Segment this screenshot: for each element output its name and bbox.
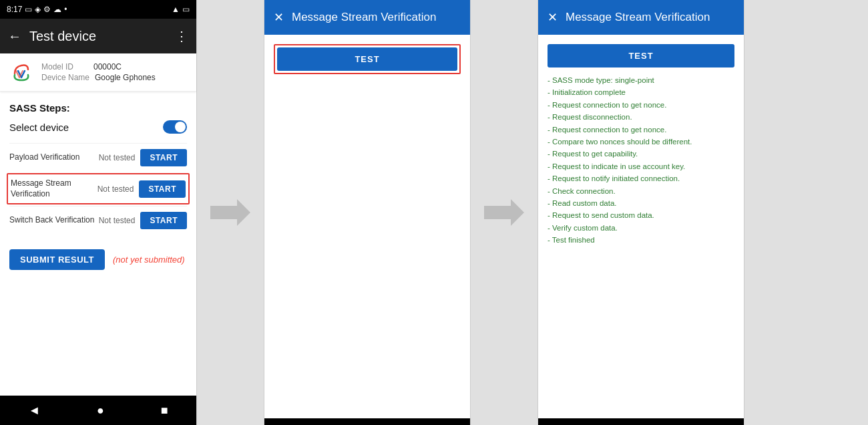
test-btn-wrapper: TEST bbox=[274, 44, 461, 74]
log-line: - Request connection to get nonce. bbox=[548, 124, 734, 136]
dialog-header-1: ✕ Message Stream Verification bbox=[264, 0, 470, 35]
step-row-message-stream: Message Stream Verification Not tested S… bbox=[7, 173, 190, 204]
log-lines: - SASS mode type: single-point- Initiali… bbox=[548, 74, 734, 246]
sass-section: SASS Steps: Select device Payload Verifi… bbox=[0, 94, 196, 240]
model-id-label: Model ID bbox=[41, 62, 88, 72]
dot-icon: • bbox=[64, 5, 67, 14]
sass-title: SASS Steps: bbox=[9, 102, 187, 114]
device-fields: Model ID 00000C Device Name Google Gphon… bbox=[41, 62, 156, 82]
dialog-title-2: Message Stream Verification bbox=[566, 11, 734, 24]
extra-icon: ☁ bbox=[53, 5, 61, 14]
dialog-footer-2 bbox=[538, 418, 744, 425]
settings-icon: ⚙ bbox=[43, 5, 51, 14]
arrow-1-icon bbox=[210, 199, 250, 226]
log-line: - Read custom data. bbox=[548, 197, 734, 209]
step-status-payload: Not tested bbox=[99, 153, 136, 162]
step-row-switch-back: Switch Back Verification Not tested STAR… bbox=[9, 206, 187, 235]
test-button-1[interactable]: TEST bbox=[277, 47, 457, 71]
log-line: - Request to indicate in use account key… bbox=[548, 160, 734, 172]
log-line: - Request to notify initiated connection… bbox=[548, 172, 734, 184]
status-bar-right: ▲ ▭ bbox=[172, 5, 190, 14]
phone-screen: 8:17 ▭ ◈ ⚙ ☁ • ▲ ▭ ← Test device ⋮ bbox=[0, 0, 197, 425]
svg-marker-1 bbox=[484, 199, 524, 226]
step-label-switch-back: Switch Back Verification bbox=[9, 215, 99, 226]
device-info-card: Model ID 00000C Device Name Google Gphon… bbox=[0, 53, 196, 92]
start-button-payload[interactable]: START bbox=[140, 149, 187, 166]
step-status-switch-back: Not tested bbox=[99, 216, 136, 225]
dialog-screen-2: ✕ Message Stream Verification TEST - SAS… bbox=[537, 0, 744, 425]
toggle-thumb bbox=[175, 122, 186, 132]
close-icon-1[interactable]: ✕ bbox=[274, 10, 284, 25]
model-id-value: 00000C bbox=[93, 62, 122, 72]
recents-nav-button[interactable]: ■ bbox=[156, 398, 174, 423]
step-label-message-stream: Message Stream Verification bbox=[11, 178, 97, 199]
wifi-icon: ▲ bbox=[172, 5, 180, 14]
select-device-row: Select device bbox=[9, 120, 187, 134]
log-line: - Request connection to get nonce. bbox=[548, 99, 734, 111]
status-bar-left: 8:17 ▭ ◈ ⚙ ☁ • bbox=[7, 5, 67, 14]
log-line: - SASS mode type: single-point bbox=[548, 74, 734, 86]
log-line: - Request to send custom data. bbox=[548, 209, 734, 221]
back-button[interactable]: ← bbox=[8, 29, 21, 44]
battery-icon: ▭ bbox=[182, 5, 190, 14]
log-line: - Verify custom data. bbox=[548, 222, 734, 234]
log-line: - Compare two nonces should be different… bbox=[548, 136, 734, 148]
back-nav-button[interactable]: ◄ bbox=[23, 398, 45, 423]
log-line: - Request to get capability. bbox=[548, 148, 734, 160]
log-line: - Test finished bbox=[548, 234, 734, 246]
svg-marker-0 bbox=[210, 199, 250, 226]
arrow-2-icon bbox=[484, 199, 524, 226]
device-name-label: Device Name bbox=[41, 73, 89, 82]
device-name-value: Google Gphones bbox=[95, 73, 156, 82]
close-icon-2[interactable]: ✕ bbox=[548, 10, 558, 25]
sim-icon: ▭ bbox=[25, 5, 32, 14]
status-bar: 8:17 ▭ ◈ ⚙ ☁ • ▲ ▭ bbox=[0, 0, 196, 19]
device-logo bbox=[9, 60, 33, 84]
log-line: - Check connection. bbox=[548, 185, 734, 197]
model-id-field: Model ID 00000C bbox=[41, 62, 156, 72]
not-submitted-label: (not yet submitted) bbox=[113, 255, 185, 265]
step-status-message-stream: Not tested bbox=[97, 184, 134, 194]
location-icon: ◈ bbox=[35, 5, 41, 14]
select-device-label: Select device bbox=[9, 122, 69, 133]
dialog-screen-1: ✕ Message Stream Verification TEST bbox=[264, 0, 471, 425]
dialog-body-2: TEST - SASS mode type: single-point- Ini… bbox=[538, 35, 744, 418]
dialog-title-1: Message Stream Verification bbox=[292, 11, 461, 24]
step-row-payload: Payload Verification Not tested START bbox=[9, 143, 187, 172]
arrow-2-container bbox=[471, 0, 537, 425]
arrow-1-container bbox=[197, 0, 264, 425]
dialog-body-1: TEST bbox=[264, 35, 470, 418]
menu-button[interactable]: ⋮ bbox=[175, 28, 188, 44]
log-line: - Request disconnection. bbox=[548, 111, 734, 123]
submit-result-button[interactable]: SUBMIT RESULT bbox=[9, 249, 105, 270]
submit-row: SUBMIT RESULT (not yet submitted) bbox=[0, 240, 196, 279]
time-display: 8:17 bbox=[7, 5, 22, 14]
start-button-message-stream[interactable]: START bbox=[139, 180, 186, 198]
device-name-field: Device Name Google Gphones bbox=[41, 73, 156, 82]
bottom-nav: ◄ ● ■ bbox=[0, 396, 196, 425]
step-label-payload: Payload Verification bbox=[9, 152, 99, 163]
app-bar-title: Test device bbox=[29, 29, 167, 44]
test-button-2[interactable]: TEST bbox=[548, 44, 734, 67]
dialog-header-2: ✕ Message Stream Verification bbox=[538, 0, 744, 35]
select-device-toggle[interactable] bbox=[163, 120, 187, 134]
home-nav-button[interactable]: ● bbox=[91, 398, 110, 423]
app-bar: ← Test device ⋮ bbox=[0, 19, 196, 53]
start-button-switch-back[interactable]: START bbox=[140, 212, 187, 229]
log-line: - Initialization complete bbox=[548, 86, 734, 98]
dialog-footer-1 bbox=[264, 418, 470, 425]
